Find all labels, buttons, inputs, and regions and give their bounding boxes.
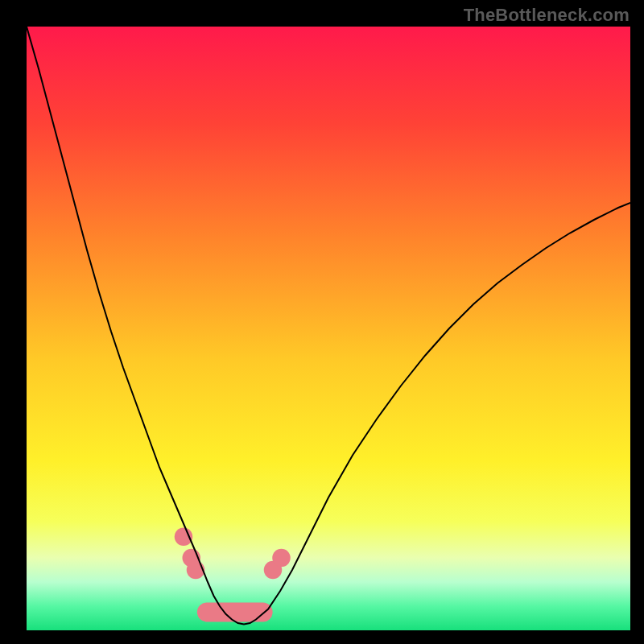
pink-bar xyxy=(197,603,273,622)
pink-dot xyxy=(272,549,291,568)
chart-stage: TheBottleneck.com xyxy=(0,0,644,644)
main-curve xyxy=(27,27,630,625)
pink-dot xyxy=(187,561,205,580)
curve-layer xyxy=(27,27,630,630)
watermark-text: TheBottleneck.com xyxy=(464,5,630,26)
plot-area xyxy=(27,27,630,630)
